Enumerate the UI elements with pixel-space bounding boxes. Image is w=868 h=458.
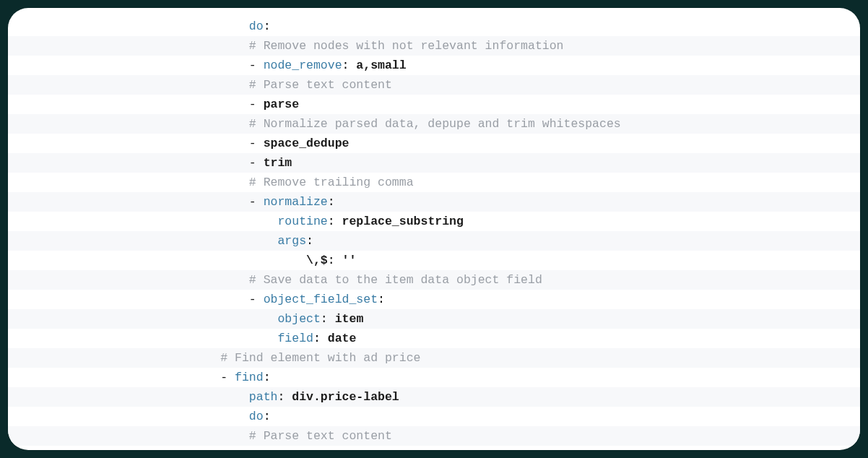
code-line: field: date [8,329,860,348]
code-line: path: div.price-label [8,387,860,407]
code-line: - space_dedupe [8,134,860,153]
code-line: routine: replace_substring [8,212,860,231]
code-line: # Parse text content [8,75,860,95]
code-line: # Remove nodes with not relevant informa… [8,36,860,56]
code-line: object: item [8,309,860,329]
code-line: \,$: '' [8,251,860,270]
code-line: # Normalize parsed data, depupe and trim… [8,114,860,134]
code-line: - parse [8,95,860,114]
code-line: - object_field_set: [8,290,860,309]
code-line: - node_remove: a,small [8,56,860,75]
code-line: do: [8,17,860,36]
code-block: do: # Remove nodes with not relevant inf… [8,8,860,450]
code-line: # Remove trailing comma [8,173,860,192]
code-line: # Save data to the item data object fiel… [8,270,860,290]
code-line: do: [8,407,860,426]
code-card: do: # Remove nodes with not relevant inf… [8,8,860,450]
code-line: args: [8,231,860,251]
code-line: # Parse text content [8,426,860,446]
code-line: - find: [8,368,860,387]
code-line: - trim [8,153,860,173]
code-line: - normalize: [8,192,860,212]
code-line: # Find element with ad price [8,348,860,368]
